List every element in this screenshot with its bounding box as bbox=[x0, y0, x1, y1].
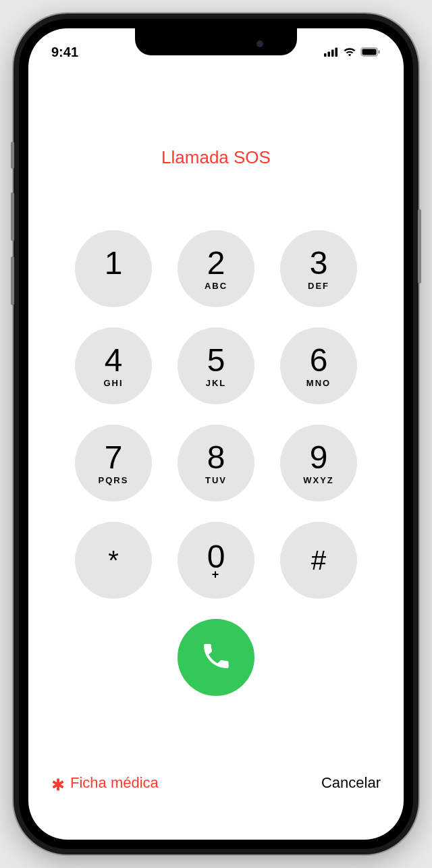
key-digit: 9 bbox=[310, 441, 328, 474]
key-digit: 8 bbox=[207, 441, 225, 474]
device-frame: 9:41 Llamada SOS 1 bbox=[14, 13, 418, 855]
svg-rect-3 bbox=[335, 48, 338, 57]
battery-icon bbox=[360, 47, 381, 57]
svg-rect-5 bbox=[362, 49, 377, 55]
cellular-icon bbox=[324, 47, 339, 57]
key-4[interactable]: 4 GHI bbox=[75, 327, 152, 404]
key-digit: 2 bbox=[207, 247, 225, 279]
key-1[interactable]: 1 bbox=[75, 230, 152, 307]
key-digit: 4 bbox=[105, 344, 123, 377]
keypad: 1 2 ABC 3 DEF 4 GHI bbox=[75, 230, 357, 599]
key-star[interactable]: * bbox=[75, 522, 152, 599]
key-digit: * bbox=[108, 547, 119, 574]
key-digit: # bbox=[311, 547, 326, 574]
key-3[interactable]: 3 DEF bbox=[280, 230, 357, 307]
key-letters: JKL bbox=[206, 378, 227, 387]
key-letters: GHI bbox=[103, 378, 123, 387]
key-digit: 1 bbox=[105, 247, 123, 279]
key-9[interactable]: 9 WXYZ bbox=[280, 425, 357, 501]
key-letters: MNO bbox=[306, 378, 331, 387]
key-letters: WXYZ bbox=[303, 475, 334, 485]
screen: 9:41 Llamada SOS 1 bbox=[28, 28, 404, 840]
notch bbox=[135, 28, 297, 55]
medical-id-label: Ficha médica bbox=[70, 774, 159, 792]
page-title: Llamada SOS bbox=[161, 147, 271, 168]
svg-rect-1 bbox=[328, 52, 331, 57]
key-6[interactable]: 6 MNO bbox=[280, 327, 357, 404]
medical-id-button[interactable]: ✱ Ficha médica bbox=[51, 774, 159, 792]
key-5[interactable]: 5 JKL bbox=[178, 327, 254, 404]
key-letters: PQRS bbox=[99, 475, 129, 485]
key-8[interactable]: 8 TUV bbox=[178, 425, 254, 501]
svg-rect-0 bbox=[324, 53, 327, 57]
status-time: 9:41 bbox=[51, 45, 78, 60]
key-letters: ABC bbox=[205, 281, 227, 290]
key-2[interactable]: 2 ABC bbox=[178, 230, 254, 307]
cancel-button[interactable]: Cancelar bbox=[321, 774, 381, 792]
key-digit: 7 bbox=[105, 441, 123, 474]
svg-rect-2 bbox=[331, 50, 334, 57]
key-digit: 5 bbox=[207, 344, 225, 377]
key-0[interactable]: 0 + bbox=[178, 522, 254, 599]
key-digit: 3 bbox=[310, 247, 328, 279]
call-button[interactable] bbox=[178, 619, 254, 696]
svg-rect-6 bbox=[379, 51, 380, 54]
asterisk-icon: ✱ bbox=[51, 776, 65, 794]
key-7[interactable]: 7 PQRS bbox=[75, 425, 152, 501]
wifi-icon bbox=[343, 47, 356, 57]
key-letters: + bbox=[212, 571, 221, 580]
phone-icon bbox=[200, 640, 232, 675]
key-hash[interactable]: # bbox=[280, 522, 357, 599]
key-letters: TUV bbox=[205, 475, 227, 485]
key-letters: DEF bbox=[308, 281, 329, 290]
key-digit: 6 bbox=[310, 344, 328, 377]
